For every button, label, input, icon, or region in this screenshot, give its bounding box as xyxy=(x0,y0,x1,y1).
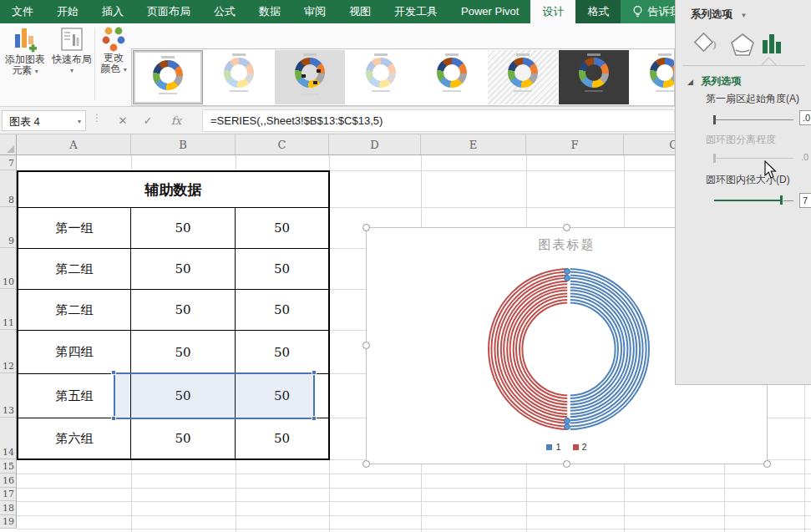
chart-legend[interactable]: 1 2 xyxy=(367,442,767,452)
chart-resize-handle[interactable] xyxy=(763,460,771,468)
add-chart-element-icon xyxy=(13,26,38,54)
row-header-12[interactable]: 12 xyxy=(0,330,17,373)
table-cell[interactable]: 50 xyxy=(236,290,328,331)
range-handle[interactable] xyxy=(312,370,317,375)
row-header-18[interactable]: 18 xyxy=(0,501,17,515)
table-cell[interactable]: 50 xyxy=(131,331,236,374)
chart-resize-handle[interactable] xyxy=(362,460,370,468)
cancel-button[interactable]: ✕ xyxy=(112,110,134,131)
column-header-f[interactable]: F xyxy=(526,134,624,155)
add-chart-element-button[interactable]: 添加图表 元素 ▾ xyxy=(2,26,48,103)
legend-item-2[interactable]: 2 xyxy=(573,442,587,452)
table-title-cell[interactable]: 辅助数据 xyxy=(18,172,328,208)
table-cell[interactable]: 第六组 xyxy=(18,418,131,459)
change-colors-button[interactable]: 更改 颜色 ▾ xyxy=(98,26,129,103)
row-header-17[interactable]: 17 xyxy=(0,488,17,501)
tab-developer[interactable]: 开发工具 xyxy=(383,0,449,23)
range-handle[interactable] xyxy=(111,416,116,421)
gridline xyxy=(17,474,811,474)
chart-resize-handle[interactable] xyxy=(362,224,370,231)
tab-home[interactable]: 开始 xyxy=(45,0,90,23)
name-box[interactable]: 图表 4 ▾ xyxy=(2,110,86,131)
tab-power-pivot[interactable]: Power Pivot xyxy=(449,0,530,23)
table-cell[interactable]: 第四组 xyxy=(18,331,131,374)
chart-style-2[interactable] xyxy=(204,50,274,104)
gridline xyxy=(17,488,811,489)
row-header-19[interactable]: 19 xyxy=(0,515,17,529)
hole-size-slider-thumb[interactable] xyxy=(780,195,783,205)
chart-style-7[interactable] xyxy=(559,50,629,104)
formula-input[interactable]: =SERIES(,,Sheet3!$B$13:$C$13,5) xyxy=(202,109,675,132)
enter-button[interactable]: ✓ xyxy=(137,110,159,131)
chart-resize-handle[interactable] xyxy=(563,224,570,231)
table-cell[interactable]: 50 xyxy=(131,290,236,331)
angle-slider-thumb[interactable] xyxy=(713,115,716,124)
column-header-a[interactable]: A xyxy=(17,134,131,155)
table-cell[interactable]: 50 xyxy=(236,208,328,249)
range-handle[interactable] xyxy=(111,370,116,375)
table-cell[interactable]: 第二组 xyxy=(18,249,131,290)
column-header-c[interactable]: C xyxy=(236,134,329,155)
table-cell[interactable]: 50 xyxy=(236,418,328,459)
row-header-10[interactable]: 10 xyxy=(0,248,17,289)
tab-review[interactable]: 审阅 xyxy=(292,0,337,23)
chart-style-6[interactable] xyxy=(488,50,558,104)
pane-title-dropdown-icon[interactable]: ▼ xyxy=(740,12,747,19)
table-cell[interactable]: 第一组 xyxy=(18,208,131,249)
angle-value-input[interactable]: .0 xyxy=(799,110,811,125)
tab-data[interactable]: 数据 xyxy=(247,0,292,23)
column-header-e[interactable]: E xyxy=(421,134,526,155)
row-header-7[interactable]: 7 xyxy=(0,155,17,170)
effects-tab-icon[interactable] xyxy=(729,32,756,57)
chart-styles-gallery xyxy=(131,48,675,106)
quick-layout-button[interactable]: 快速布局 ▾ xyxy=(50,26,94,103)
row-header-9[interactable]: 9 xyxy=(0,207,17,248)
tab-page-layout[interactable]: 页面布局 xyxy=(135,0,202,23)
chart-style-5[interactable] xyxy=(417,50,487,104)
table-cell[interactable]: 50 xyxy=(131,249,236,290)
row-header-13[interactable]: 13 xyxy=(0,373,17,418)
tab-formulas[interactable]: 公式 xyxy=(202,0,247,23)
series-options-tab-icon[interactable] xyxy=(761,32,784,57)
row-header-14[interactable]: 14 xyxy=(0,418,17,459)
row-header-16[interactable]: 16 xyxy=(0,474,17,488)
chart-resize-handle[interactable] xyxy=(563,460,570,468)
insert-function-button[interactable]: fx xyxy=(165,110,187,131)
row-header-8[interactable]: 8 xyxy=(0,170,17,207)
table-cell[interactable]: 第二组 xyxy=(18,290,131,331)
series-options-section-header[interactable]: ◢ 系列选项 xyxy=(687,74,741,89)
tab-insert[interactable]: 插入 xyxy=(90,0,135,23)
chart-style-1-selected[interactable] xyxy=(133,50,203,104)
pane-divider xyxy=(682,65,805,66)
table-cell[interactable]: 50 xyxy=(131,208,236,249)
hole-size-slider-track[interactable] xyxy=(783,200,793,201)
hole-size-value-input[interactable]: 7 xyxy=(799,193,811,208)
hole-size-slider-filled-track[interactable] xyxy=(714,200,781,201)
table-cell-b13[interactable]: 50 xyxy=(131,374,236,418)
select-all-button[interactable] xyxy=(0,134,17,155)
tab-file[interactable]: 文件 xyxy=(0,0,45,23)
pane-title[interactable]: 系列选项 ▼ xyxy=(691,8,747,22)
name-box-dropdown-icon[interactable]: ▾ xyxy=(78,118,81,125)
column-header-b[interactable]: B xyxy=(131,134,236,155)
chart-style-3[interactable] xyxy=(275,50,345,104)
chart-style-8[interactable] xyxy=(630,50,675,104)
table-cell[interactable]: 50 xyxy=(131,418,236,459)
legend-item-1[interactable]: 1 xyxy=(546,442,560,452)
fill-line-tab-icon[interactable] xyxy=(692,32,721,57)
table-cell[interactable]: 50 xyxy=(236,331,328,374)
tab-chart-design[interactable]: 设计 xyxy=(530,0,575,23)
tab-chart-format[interactable]: 格式 xyxy=(575,0,621,23)
table-cell-c13[interactable]: 50 xyxy=(236,374,328,418)
row-header-11[interactable]: 11 xyxy=(0,289,17,330)
column-header-d[interactable]: D xyxy=(329,134,421,155)
table-cell[interactable]: 50 xyxy=(236,249,328,290)
tab-view[interactable]: 视图 xyxy=(337,0,383,23)
table-cell[interactable]: 第五组 xyxy=(18,374,131,418)
range-handle[interactable] xyxy=(312,416,317,421)
explosion-slider-track xyxy=(714,158,793,159)
angle-slider-track[interactable] xyxy=(714,119,793,120)
row-header-15[interactable]: 15 xyxy=(0,459,17,474)
chart-resize-handle[interactable] xyxy=(362,342,370,349)
chart-style-4[interactable] xyxy=(346,50,416,104)
